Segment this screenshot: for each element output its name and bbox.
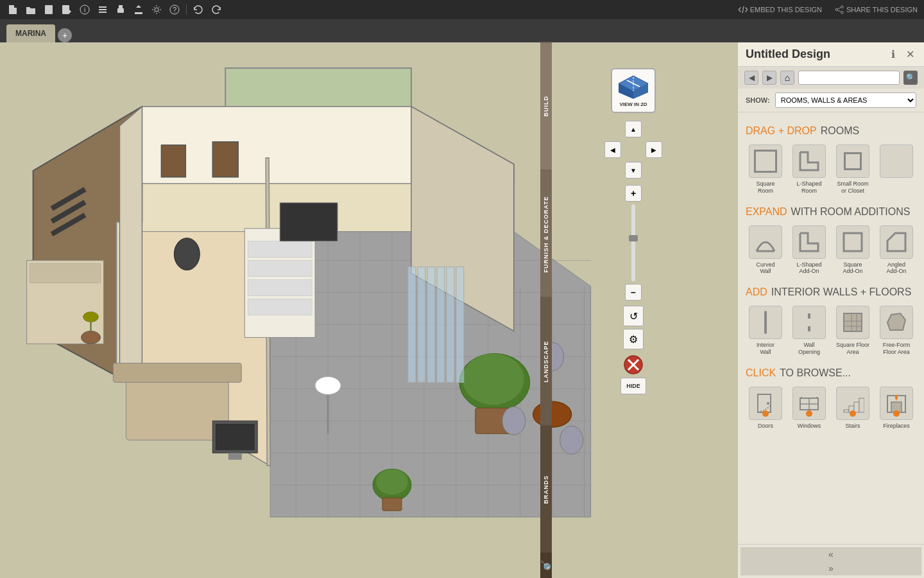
square-room-item[interactable]: SquareRoom	[746, 142, 785, 197]
redo-icon[interactable]	[210, 3, 223, 16]
list-icon[interactable]	[96, 3, 109, 16]
zoom-in-button[interactable]: +	[625, 185, 642, 202]
panel-search-button[interactable]: 🔍	[903, 71, 918, 85]
svg-point-81	[376, 469, 408, 495]
freeform-floor-item[interactable]: Free-FormFloor Area	[877, 303, 916, 358]
placeholder-item	[877, 142, 916, 197]
l-shaped-room-item[interactable]: L-ShapedRoom	[789, 142, 829, 197]
interior-wall-icon	[749, 306, 782, 339]
svg-rect-84	[418, 267, 425, 383]
angled-addon-item[interactable]: AngledAdd-On	[877, 223, 916, 278]
svg-rect-7	[99, 6, 107, 8]
l-shaped-addon-label: L-ShapedAdd-On	[796, 261, 821, 276]
print-icon[interactable]	[114, 3, 127, 16]
nav-home-button[interactable]: ⌂	[780, 71, 794, 85]
square-addon-item[interactable]: SquareAdd-On	[833, 223, 873, 278]
svg-rect-12	[119, 11, 123, 13]
panel-title: Untitled Design	[746, 48, 830, 61]
fireplaces-item[interactable]: Fireplaces	[877, 384, 916, 432]
panel-content: DRAG + DROP ROOMS SquareRoom L-Sh	[738, 112, 924, 544]
build-tab[interactable]: BUILD	[540, 42, 552, 170]
info-icon[interactable]: i	[78, 3, 91, 16]
marina-tab[interactable]: MARINA	[6, 24, 55, 42]
embed-button[interactable]: EMBED THIS DESIGN	[739, 5, 822, 14]
placeholder-icon	[880, 144, 913, 178]
panel-nav: ◀ ▶ ⌂ 🔍	[738, 67, 924, 89]
export-icon[interactable]	[132, 3, 145, 16]
save-as-icon[interactable]	[60, 3, 73, 16]
svg-rect-56	[248, 261, 312, 277]
svg-point-16	[841, 6, 844, 8]
svg-rect-4	[64, 5, 67, 8]
l-shaped-addon-icon	[792, 225, 826, 259]
panel-bottom: « »	[738, 544, 924, 578]
canvas[interactable]: VIEW IN 2D ▲ ◀ ▶ ▼ + – ↺ ⚙	[0, 42, 726, 578]
svg-text:?: ?	[173, 6, 176, 13]
svg-point-79	[533, 401, 572, 427]
svg-rect-55	[248, 241, 312, 258]
panel-close-icon[interactable]: ✕	[903, 48, 916, 61]
brands-tab[interactable]: BRANDS	[540, 425, 552, 553]
save-icon[interactable]	[42, 3, 55, 16]
doors-item[interactable]: Doors	[746, 384, 785, 432]
panel-info-icon[interactable]: ℹ	[887, 48, 900, 61]
svg-point-74	[463, 353, 524, 405]
svg-marker-25	[225, 68, 411, 107]
reset-view-button[interactable]: ↺	[623, 306, 644, 326]
svg-point-78	[560, 426, 583, 454]
svg-rect-67	[113, 363, 241, 382]
hide-button[interactable]: HIDE	[620, 378, 646, 394]
fireplaces-icon	[880, 387, 913, 420]
search-tab-icon[interactable]: 🔍	[540, 552, 551, 578]
nav-right-button[interactable]: ▶	[646, 141, 662, 158]
curved-wall-item[interactable]: CurvedWall	[746, 223, 785, 278]
nav-back-button[interactable]: ◀	[744, 71, 758, 85]
stairs-label: Stairs	[845, 423, 860, 430]
zoom-slider[interactable]	[631, 204, 635, 281]
stairs-dot	[850, 410, 856, 417]
nav-left-button[interactable]: ◀	[604, 141, 621, 158]
toolbar: i ? EMBED THIS DESIGN SHA	[0, 0, 924, 19]
wall-opening-item[interactable]: WallOpening	[789, 303, 829, 358]
fireplaces-dot	[893, 410, 900, 417]
windows-dot	[806, 410, 812, 417]
freeform-floor-label: Free-FormFloor Area	[883, 342, 911, 356]
canvas-settings-button[interactable]: ⚙	[623, 329, 644, 349]
svg-rect-58	[248, 299, 312, 315]
nav-forward-button[interactable]: ▶	[762, 71, 776, 85]
undo-icon[interactable]	[192, 3, 205, 16]
square-floor-icon	[836, 306, 869, 339]
hide-icon	[623, 355, 644, 375]
settings-icon[interactable]	[150, 3, 163, 16]
expand-highlight: EXPAND	[746, 206, 787, 218]
open-file-icon[interactable]	[24, 3, 37, 16]
stairs-item[interactable]: Stairs	[833, 384, 873, 432]
svg-rect-88	[456, 267, 464, 383]
share-button[interactable]: SHARE THIS DESIGN	[835, 5, 918, 14]
nav-up-button[interactable]: ▲	[625, 121, 642, 137]
l-shaped-addon-item[interactable]: L-ShapedAdd-On	[789, 223, 829, 278]
zoom-handle[interactable]	[629, 235, 638, 241]
freeform-floor-icon	[880, 306, 913, 339]
svg-rect-72	[228, 453, 241, 459]
panel-search-input[interactable]	[798, 71, 900, 85]
new-file-icon[interactable]	[6, 3, 19, 16]
small-room-item[interactable]: Small Roomor Closet	[833, 142, 873, 197]
zoom-out-button[interactable]: –	[625, 284, 642, 301]
square-room-label: SquareRoom	[756, 180, 774, 195]
square-floor-item[interactable]: Square FloorArea	[833, 303, 873, 358]
view-in-2d-button[interactable]: VIEW IN 2D	[611, 68, 656, 113]
show-select[interactable]: ROOMS, WALLS & AREAS	[775, 92, 916, 108]
windows-item[interactable]: Windows	[789, 384, 829, 432]
svg-point-65	[83, 311, 99, 322]
landscape-tab[interactable]: LANDSCAPE	[540, 297, 552, 425]
svg-rect-1	[47, 5, 51, 8]
collapse-up-button[interactable]: «	[740, 547, 921, 561]
square-addon-icon	[836, 225, 869, 259]
furnish-decorate-tab[interactable]: FURNISH & DECORATE	[540, 170, 552, 298]
add-tab-button[interactable]: +	[58, 28, 72, 42]
nav-down-button[interactable]: ▼	[625, 162, 642, 179]
collapse-down-button[interactable]: »	[740, 561, 921, 575]
help-icon[interactable]: ?	[168, 3, 181, 16]
interior-wall-item[interactable]: InteriorWall	[746, 303, 785, 358]
